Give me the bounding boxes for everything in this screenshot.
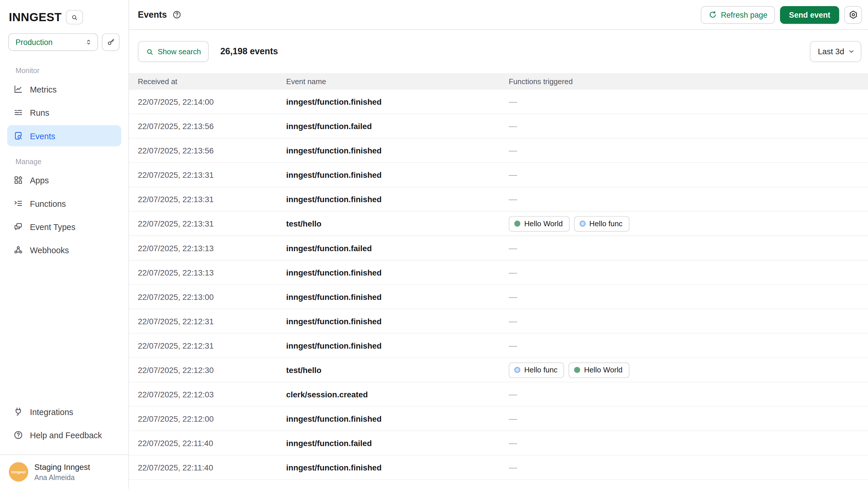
cell-event-name: inngest/function.finished	[286, 487, 509, 489]
table-row[interactable]: 22/07/2025, 22:13:31test/helloHello Worl…	[129, 212, 868, 236]
cell-functions-triggered: —	[509, 292, 868, 301]
function-badge[interactable]: Hello World	[509, 216, 569, 231]
cell-functions-triggered: —	[509, 121, 868, 131]
sidebar: INNGEST Production Monitor	[0, 0, 129, 489]
sidebar-item-apps[interactable]: Apps	[7, 170, 121, 191]
cell-received-at: 22/07/2025, 22:11:40	[138, 463, 286, 472]
empty-marker: —	[509, 390, 517, 399]
cell-functions-triggered: Hello funcHello World	[509, 362, 868, 378]
sidebar-item-help[interactable]: Help and Feedback	[7, 425, 121, 446]
event-keys-button[interactable]	[102, 33, 120, 51]
table-row[interactable]: 22/07/2025, 22:13:13inngest/function.fai…	[129, 236, 868, 260]
cell-functions-triggered: —	[509, 243, 868, 253]
sidebar-item-runs[interactable]: Runs	[7, 102, 121, 123]
function-badge[interactable]: Hello func	[509, 362, 564, 378]
cell-functions-triggered: —	[509, 390, 868, 399]
empty-marker: —	[509, 268, 517, 277]
cell-received-at: 22/07/2025, 22:13:13	[138, 268, 286, 277]
cell-event-name: inngest/function.finished	[286, 97, 509, 106]
table-row[interactable]: 22/07/2025, 22:13:13inngest/function.fin…	[129, 260, 868, 285]
page-header-actions: Refresh page Send event	[701, 6, 862, 24]
cell-functions-triggered: —	[509, 341, 868, 350]
sidebar-item-event-types[interactable]: Event Types	[7, 216, 121, 237]
function-status-dot-icon	[574, 367, 580, 373]
time-range-select[interactable]: Last 3d	[810, 41, 861, 62]
sidebar-item-functions[interactable]: Functions	[7, 193, 121, 214]
table-row[interactable]: 22/07/2025, 22:12:03clerk/session.create…	[129, 382, 868, 407]
key-icon	[106, 38, 115, 47]
time-range-value: Last 3d	[818, 47, 844, 56]
profile-section[interactable]: inngest Staging Inngest Ana Almeida	[0, 455, 128, 489]
webhook-icon	[13, 245, 23, 255]
cell-functions-triggered: —	[509, 463, 868, 472]
main-area: Events Refresh page Send event	[129, 0, 868, 489]
table-row[interactable]: 22/07/2025, 22:12:31inngest/function.fin…	[129, 309, 868, 334]
cell-functions-triggered: —	[509, 438, 868, 448]
sidebar-spacer	[0, 263, 128, 397]
column-event-name: Event name	[286, 78, 509, 86]
refresh-page-button[interactable]: Refresh page	[701, 6, 775, 24]
empty-marker: —	[509, 487, 517, 489]
sidebar-item-metrics[interactable]: Metrics	[7, 79, 121, 100]
event-search-icon	[13, 131, 23, 141]
refresh-icon	[709, 10, 717, 19]
plug-icon	[13, 407, 23, 416]
settings-button[interactable]	[844, 6, 862, 24]
cell-event-name: inngest/function.failed	[286, 121, 509, 131]
sidebar-item-label: Help and Feedback	[30, 430, 102, 440]
function-badge[interactable]: Hello func	[574, 216, 629, 231]
table-row[interactable]: 22/07/2025, 22:13:56inngest/function.fai…	[129, 114, 868, 139]
app-root: INNGEST Production Monitor	[0, 0, 868, 489]
empty-marker: —	[509, 341, 517, 350]
table-row[interactable]: 22/07/2025, 22:12:30test/helloHello func…	[129, 358, 868, 382]
table-row[interactable]: 22/07/2025, 22:11:40inngest/function.fin…	[129, 456, 868, 480]
table-row[interactable]: 22/07/2025, 22:13:00inngest/function.fin…	[129, 285, 868, 309]
show-search-button[interactable]: Show search	[138, 41, 209, 62]
empty-marker: —	[509, 438, 517, 448]
global-search-button[interactable]	[66, 10, 83, 24]
table-row[interactable]: 22/07/2025, 22:13:31inngest/function.fin…	[129, 188, 868, 212]
sidebar-item-webhooks[interactable]: Webhooks	[7, 239, 121, 260]
cell-event-name: inngest/function.failed	[286, 438, 509, 448]
profile-text: Staging Inngest Ana Almeida	[34, 462, 90, 481]
sidebar-item-integrations[interactable]: Integrations	[7, 401, 121, 422]
cell-received-at: 22/07/2025, 22:13:56	[138, 121, 286, 131]
table-row[interactable]: 22/07/2025, 22:12:31inngest/function.fin…	[129, 334, 868, 358]
cell-event-name: inngest/function.finished	[286, 195, 509, 204]
table-row[interactable]: 22/07/2025, 22:12:00inngest/function.fin…	[129, 407, 868, 431]
cell-received-at: 22/07/2025, 22:13:31	[138, 195, 286, 204]
copy-rects-icon	[13, 222, 23, 231]
table-row[interactable]: 22/07/2025, 22:11:40inngest/function.fai…	[129, 431, 868, 456]
events-toolbar: Show search 26,198 events Last 3d	[129, 30, 868, 73]
search-icon	[71, 13, 78, 21]
table-row[interactable]: 22/07/2025, 22:13:56inngest/function.fin…	[129, 139, 868, 163]
gear-hexagon-icon	[848, 10, 858, 19]
empty-marker: —	[509, 97, 517, 106]
page-help-icon[interactable]	[173, 10, 182, 19]
function-status-dot-icon	[514, 221, 520, 227]
sidebar-item-label: Events	[30, 131, 55, 140]
refresh-page-label: Refresh page	[721, 10, 768, 19]
empty-marker: —	[509, 121, 517, 131]
sidebar-item-label: Event Types	[30, 222, 75, 231]
cell-event-name: clerk/session.created	[286, 390, 509, 399]
chevron-down-icon	[847, 48, 855, 55]
column-functions-triggered: Functions triggered	[509, 78, 868, 86]
cell-received-at: 22/07/2025, 22:11:40	[138, 438, 286, 448]
sidebar-item-events[interactable]: Events	[7, 125, 121, 146]
empty-marker: —	[509, 243, 517, 253]
table-row[interactable]: 22/07/2025, 22:14:00inngest/function.fin…	[129, 90, 868, 114]
environment-select[interactable]: Production	[8, 33, 98, 51]
table-row[interactable]: 22/07/2025, 22:13:31inngest/function.fin…	[129, 163, 868, 188]
sidebar-item-label: Functions	[30, 199, 66, 208]
cell-received-at: 22/07/2025, 22:12:00	[138, 414, 286, 423]
cell-event-name: inngest/function.finished	[286, 317, 509, 326]
send-event-button[interactable]: Send event	[780, 6, 839, 24]
cell-functions-triggered: Hello WorldHello func	[509, 216, 868, 231]
avatar: inngest	[9, 462, 28, 482]
cell-received-at: 22/07/2025, 22:12:30	[138, 366, 286, 374]
cell-event-name: inngest/function.finished	[286, 463, 509, 472]
function-badge[interactable]: Hello World	[568, 362, 629, 378]
cell-received-at: 22/07/2025, 22:12:31	[138, 317, 286, 326]
table-row[interactable]: 22/07/2025, 22:11:39inngest/function.fin…	[129, 480, 868, 489]
